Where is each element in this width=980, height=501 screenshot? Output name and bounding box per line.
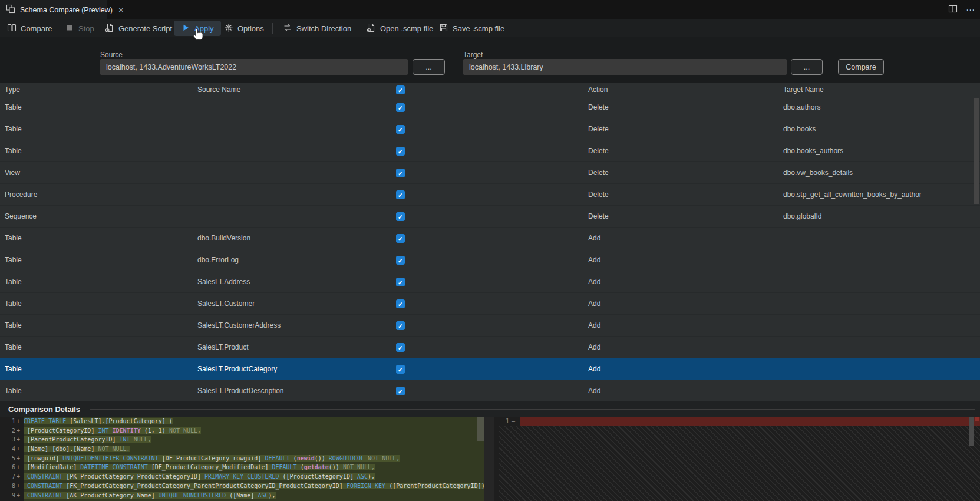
cell-action: Delete xyxy=(588,147,609,155)
line-number-gutter: 4+ xyxy=(0,444,24,454)
line-number-gutter: 2+ xyxy=(0,426,24,436)
table-row[interactable]: ViewDeletedbo.vw_books_details xyxy=(0,162,980,184)
table-row[interactable]: ProcedureDeletedbo.stp_get_all_cowritten… xyxy=(0,184,980,206)
include-checkbox[interactable] xyxy=(396,169,405,177)
cell-type: Table xyxy=(5,125,22,133)
compare-button[interactable]: Compare xyxy=(838,59,884,75)
column-header-target[interactable]: Target Name xyxy=(783,85,824,94)
source-browse-button[interactable]: ... xyxy=(413,59,445,75)
code-line: 2+ [ProductCategoryID] INT IDENTITY (1, … xyxy=(0,426,484,436)
cell-action: Add xyxy=(588,387,600,395)
cell-action: Add xyxy=(588,365,600,373)
pane-divider[interactable] xyxy=(484,417,494,501)
toolbar-item-label: Open .scmp file xyxy=(380,24,433,33)
line-number-gutter: 8+ xyxy=(0,482,24,491)
cell-target-name: dbo.vw_books_details xyxy=(783,169,853,177)
table-row[interactable]: TableDeletedbo.books_authors xyxy=(0,140,980,162)
split-editor-icon[interactable] xyxy=(948,4,958,16)
table-row[interactable]: TableSalesLT.ProductAdd xyxy=(0,337,980,358)
code-line: 4+ [Name] [dbo].[Name] NOT NULL, xyxy=(0,444,484,454)
target-script-pane[interactable]: 1 – xyxy=(494,417,980,501)
include-checkbox[interactable] xyxy=(396,387,405,395)
include-checkbox[interactable] xyxy=(396,299,405,308)
source-connection-input[interactable]: localhost, 1433.AdventureWorksLT2022 xyxy=(100,59,408,75)
code-line: 7+ CONSTRAINT [PK_ProductCategory_Produc… xyxy=(0,472,484,482)
header-include-checkbox[interactable] xyxy=(396,85,405,94)
line-number-gutter: 5+ xyxy=(0,454,24,463)
line-number-gutter: 7+ xyxy=(0,472,24,482)
more-actions-icon[interactable]: ⋯ xyxy=(966,5,975,15)
include-checkbox[interactable] xyxy=(396,256,405,265)
table-row[interactable]: Tabledbo.ErrorLogAdd xyxy=(0,249,980,271)
cell-target-name: dbo.books_authors xyxy=(783,147,843,155)
tab-schema-compare[interactable]: Schema Compare (Preview) × xyxy=(0,0,107,19)
toolbar-item-compare[interactable]: Compare xyxy=(7,19,52,37)
toolbar-item-label: Apply xyxy=(194,24,214,33)
include-checkbox[interactable] xyxy=(396,343,405,352)
code-line: 6+ [ModifiedDate] DATETIME CONSTRAINT [D… xyxy=(0,463,484,472)
include-checkbox[interactable] xyxy=(396,212,405,221)
table-row[interactable]: TableSalesLT.ProductDescriptionAdd xyxy=(0,380,980,402)
cell-source-name: SalesLT.ProductCategory xyxy=(197,365,277,373)
include-checkbox[interactable] xyxy=(396,103,405,112)
toolbar-item-save-scmp-file[interactable]: Save .scmp file xyxy=(439,19,504,37)
toolbar-item-apply[interactable]: Apply xyxy=(174,21,221,36)
schema-compare-icon xyxy=(6,4,15,16)
include-checkbox[interactable] xyxy=(396,365,405,374)
include-checkbox[interactable] xyxy=(396,278,405,286)
cell-type: Procedure xyxy=(5,190,37,199)
include-checkbox[interactable] xyxy=(396,190,405,199)
tab-label: Schema Compare (Preview) xyxy=(20,6,113,14)
toolbar-item-options[interactable]: Options xyxy=(224,19,264,37)
toolbar-item-generate-script[interactable]: Generate Script xyxy=(105,19,172,37)
grid-rows: TableDeletedbo.authorsTableDeletedbo.boo… xyxy=(0,97,980,402)
cell-action: Add xyxy=(588,234,600,242)
generate-script-icon xyxy=(105,23,114,34)
cell-action: Delete xyxy=(588,103,609,111)
table-row[interactable]: TableDeletedbo.books xyxy=(0,118,980,140)
cell-target-name: dbo.stp_get_all_cowritten_books_by_autho… xyxy=(783,190,922,199)
toolbar-item-label: Options xyxy=(237,24,264,33)
column-header-source[interactable]: Source Name xyxy=(197,85,240,94)
column-header-action[interactable]: Action xyxy=(588,85,608,94)
toolbar-divider xyxy=(272,23,273,34)
target-line-number: 1 xyxy=(494,417,509,426)
include-checkbox[interactable] xyxy=(396,234,405,243)
line-number-gutter: 9+ xyxy=(0,491,24,500)
grid-header: Type Source Name Action Target Name xyxy=(0,83,980,97)
editor-tab-bar: Schema Compare (Preview) × ⋯ xyxy=(0,0,980,19)
deleted-line-highlight xyxy=(520,417,980,426)
toolbar-item-label: Generate Script xyxy=(118,24,172,33)
open-scmp-icon xyxy=(367,23,376,34)
cell-target-name: dbo.authors xyxy=(783,103,820,111)
overview-ruler-deleted-marker xyxy=(975,417,979,421)
table-row[interactable]: TableDeletedbo.authors xyxy=(0,97,980,118)
cell-action: Add xyxy=(588,278,600,286)
include-checkbox[interactable] xyxy=(396,147,405,156)
schema-compare-toolbar: CompareStopGenerate ScriptApplyOptionsSw… xyxy=(0,19,980,37)
stop-icon xyxy=(65,23,74,34)
table-row[interactable]: SequenceDeletedbo.globalId xyxy=(0,206,980,228)
toolbar-item-stop[interactable]: Stop xyxy=(65,19,94,37)
source-pane-scrollbar[interactable] xyxy=(477,417,484,441)
source-script-pane[interactable]: 1+CREATE TABLE [SalesLT].[ProductCategor… xyxy=(0,417,484,501)
apply-icon xyxy=(181,23,190,34)
toolbar-item-open-scmp-file[interactable]: Open .scmp file xyxy=(367,19,433,37)
cell-type: Table xyxy=(5,234,22,242)
deleted-sign: – xyxy=(509,417,517,426)
table-row[interactable]: TableSalesLT.CustomerAdd xyxy=(0,293,980,315)
table-row[interactable]: TableSalesLT.AddressAdd xyxy=(0,271,980,293)
toolbar-item-switch-direction[interactable]: Switch Direction xyxy=(283,19,351,37)
toolbar-item-label: Compare xyxy=(21,24,52,33)
target-browse-button[interactable]: ... xyxy=(791,59,823,75)
target-connection-input[interactable]: localhost, 1433.Library xyxy=(463,59,787,75)
include-checkbox[interactable] xyxy=(396,321,405,330)
table-row[interactable]: TableSalesLT.CustomerAddressAdd xyxy=(0,315,980,337)
close-icon[interactable]: × xyxy=(118,5,124,15)
table-row[interactable]: TableSalesLT.ProductCategoryAdd xyxy=(0,358,980,380)
include-checkbox[interactable] xyxy=(396,125,405,134)
table-row[interactable]: Tabledbo.BuildVersionAdd xyxy=(0,228,980,249)
target-pane-scrollbar[interactable] xyxy=(969,417,974,446)
grid-scrollbar[interactable] xyxy=(974,98,979,204)
column-header-type[interactable]: Type xyxy=(5,85,20,94)
